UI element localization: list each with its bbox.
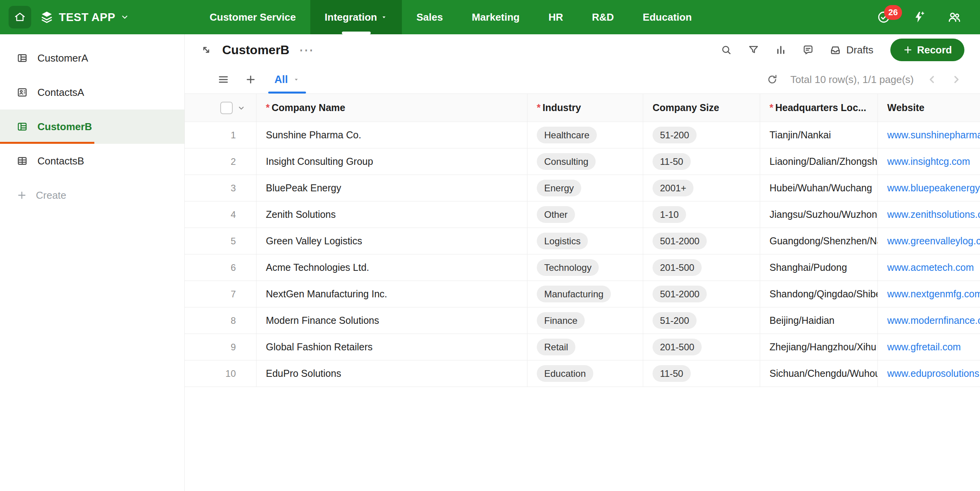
company-size-cell[interactable]: 51-200 (643, 122, 760, 148)
more-options-button[interactable]: ⋯ (299, 42, 314, 57)
headquarters-cell[interactable]: Hubei/Wuhan/Wuchang (760, 175, 878, 201)
company-size-cell[interactable]: 2001+ (643, 175, 760, 201)
industry-cell[interactable]: Retail (527, 334, 643, 360)
website-cell[interactable]: www.sunshinepharma.com (878, 122, 980, 148)
chevron-down-icon[interactable] (237, 103, 246, 113)
industry-cell[interactable]: Technology (527, 254, 643, 281)
previous-page-button[interactable] (926, 74, 938, 85)
website-cell[interactable]: www.eduprosolutions.com (878, 360, 980, 387)
industry-cell[interactable]: Logistics (527, 228, 643, 254)
row-number-cell[interactable]: 4 (185, 201, 256, 228)
search-button[interactable] (720, 44, 732, 56)
column-header-website[interactable]: Website (878, 94, 980, 122)
company-size-cell[interactable]: 501-2000 (643, 281, 760, 307)
website-link[interactable]: www.sunshinepharma.com (887, 129, 980, 140)
website-cell[interactable]: www.insightcg.com (878, 148, 980, 175)
company-name-cell[interactable]: Acme Technologies Ltd. (256, 254, 527, 281)
view-list-button[interactable] (218, 74, 229, 85)
add-record-button[interactable]: Record (890, 39, 964, 61)
website-cell[interactable]: www.gfretail.com (878, 334, 980, 360)
headquarters-cell[interactable]: Zhejiang/Hangzhou/Xihu (760, 334, 878, 360)
comments-button[interactable] (802, 44, 814, 56)
company-name-cell[interactable]: NextGen Manufacturing Inc. (256, 281, 527, 307)
row-number-cell[interactable]: 5 (185, 228, 256, 254)
next-page-button[interactable] (950, 74, 962, 85)
headquarters-cell[interactable]: Liaoning/Dalian/Zhongshan (760, 148, 878, 175)
automation-button[interactable] (912, 11, 925, 24)
chart-button[interactable] (775, 44, 787, 56)
industry-cell[interactable]: Education (527, 360, 643, 387)
industry-cell[interactable]: Other (527, 201, 643, 228)
headquarters-cell[interactable]: Tianjin/Nankai (760, 122, 878, 148)
nav-item-integration[interactable]: Integration (310, 0, 402, 34)
company-name-cell[interactable]: EduPro Solutions (256, 360, 527, 387)
headquarters-cell[interactable]: Sichuan/Chengdu/Wuhou (760, 360, 878, 387)
industry-cell[interactable]: Finance (527, 307, 643, 334)
company-name-cell[interactable]: Zenith Solutions (256, 201, 527, 228)
website-cell[interactable]: www.zenithsolutions.com (878, 201, 980, 228)
industry-cell[interactable]: Energy (527, 175, 643, 201)
row-number-cell[interactable]: 7 (185, 281, 256, 307)
company-name-cell[interactable]: Modern Finance Solutions (256, 307, 527, 334)
row-number-cell[interactable]: 8 (185, 307, 256, 334)
company-size-cell[interactable]: 501-2000 (643, 228, 760, 254)
add-view-button[interactable] (245, 74, 256, 85)
row-number-cell[interactable]: 1 (185, 122, 256, 148)
company-name-cell[interactable]: Global Fashion Retailers (256, 334, 527, 360)
website-cell[interactable]: www.nextgenmfg.com (878, 281, 980, 307)
company-size-cell[interactable]: 11-50 (643, 360, 760, 387)
company-name-cell[interactable]: Green Valley Logistics (256, 228, 527, 254)
row-number-cell[interactable]: 10 (185, 360, 256, 387)
company-size-cell[interactable]: 11-50 (643, 148, 760, 175)
industry-cell[interactable]: Consulting (527, 148, 643, 175)
sidebar-item-contactsb[interactable]: ContactsB (0, 144, 184, 178)
column-header-company[interactable]: *Company Name (256, 94, 527, 122)
website-link[interactable]: www.greenvalleylog.com (887, 235, 980, 246)
website-cell[interactable]: www.bluepeakenergy.com (878, 175, 980, 201)
column-header-hq[interactable]: *Headquarters Loc... (760, 94, 878, 122)
collaborators-button[interactable] (947, 10, 961, 24)
company-name-cell[interactable]: Sunshine Pharma Co. (256, 122, 527, 148)
row-number-cell[interactable]: 2 (185, 148, 256, 175)
website-link[interactable]: www.modernfinance.com (887, 315, 980, 326)
collapse-view-button[interactable] (200, 44, 212, 56)
create-table-button[interactable]: Create (0, 178, 184, 212)
website-cell[interactable]: www.greenvalleylog.com (878, 228, 980, 254)
view-tab-all[interactable]: All (272, 65, 302, 94)
website-cell[interactable]: www.modernfinance.com (878, 307, 980, 334)
company-size-cell[interactable]: 1-10 (643, 201, 760, 228)
industry-cell[interactable]: Healthcare (527, 122, 643, 148)
sidebar-item-customera[interactable]: CustomerA (0, 41, 184, 75)
website-link[interactable]: www.zenithsolutions.com (887, 209, 980, 220)
headquarters-cell[interactable]: Jiangsu/Suzhou/Wuzhong (760, 201, 878, 228)
nav-item-education[interactable]: Education (628, 0, 706, 34)
home-button[interactable] (9, 6, 31, 28)
refresh-button[interactable] (766, 74, 778, 85)
filter-button[interactable] (748, 44, 759, 56)
website-link[interactable]: www.gfretail.com (887, 341, 961, 352)
company-size-cell[interactable]: 51-200 (643, 307, 760, 334)
select-all-checkbox[interactable] (220, 102, 233, 114)
column-header-size[interactable]: Company Size (643, 94, 760, 122)
website-cell[interactable]: www.acmetech.com (878, 254, 980, 281)
column-header-industry[interactable]: *Industry (527, 94, 643, 122)
company-name-cell[interactable]: Insight Consulting Group (256, 148, 527, 175)
company-name-cell[interactable]: BluePeak Energy (256, 175, 527, 201)
headquarters-cell[interactable]: Beijing/Haidian (760, 307, 878, 334)
website-link[interactable]: www.eduprosolutions.com (887, 368, 980, 379)
company-size-cell[interactable]: 201-500 (643, 334, 760, 360)
nav-item-sales[interactable]: Sales (402, 0, 457, 34)
app-switcher[interactable]: TEST APP (40, 10, 129, 24)
website-link[interactable]: www.nextgenmfg.com (887, 288, 980, 299)
nav-item-customer-service[interactable]: Customer Service (195, 0, 310, 34)
sidebar-item-customerb[interactable]: CustomerB (0, 110, 184, 144)
website-link[interactable]: www.insightcg.com (887, 156, 970, 167)
headquarters-cell[interactable]: Shandong/Qingdao/Shibei (760, 281, 878, 307)
nav-item-marketing[interactable]: Marketing (457, 0, 534, 34)
row-number-cell[interactable]: 6 (185, 254, 256, 281)
tasks-button[interactable]: 26 (877, 11, 890, 24)
headquarters-cell[interactable]: Guangdong/Shenzhen/Nanshan (760, 228, 878, 254)
headquarters-cell[interactable]: Shanghai/Pudong (760, 254, 878, 281)
nav-item-hr[interactable]: HR (534, 0, 578, 34)
website-link[interactable]: www.acmetech.com (887, 262, 974, 273)
